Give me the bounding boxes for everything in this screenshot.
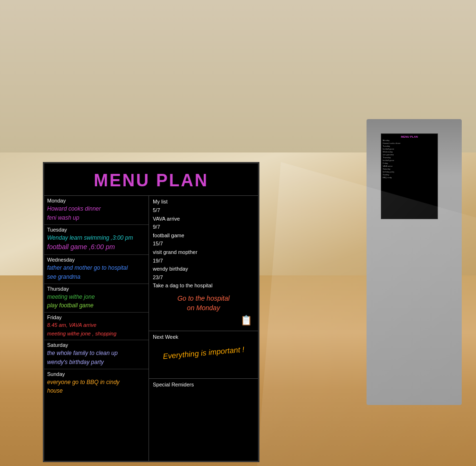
tuesday-entry-2: football game ,6:00 pm [47,242,146,253]
next-week-label: Next Week [153,334,254,340]
fridge-menu-display: MENU PLAN MondayHoward cooks dinnerTuesd… [381,133,438,219]
menu-board: MENU PLAN Monday Howard cooks dinner fen… [43,162,259,462]
saturday-entry-1: the whole family to clean up [47,349,146,358]
special-reminders-section: Special Remiders [149,379,258,461]
saturday-label: Saturday [47,342,146,348]
next-week-section: Next Week Everything is important ! [149,331,258,379]
list-item-8: wendy birthday [153,265,254,274]
thursday-entry-2: play football game [47,301,146,310]
thursday-section: Thursday meeting withe jone play footbal… [44,284,149,313]
list-item-1: 5/7 [153,206,254,215]
wednesday-section: Wednesday father and mother go to hospit… [44,255,149,284]
friday-section: Friday 8.45 am, VAVA arrive meeting with… [44,313,149,340]
friday-label: Friday [47,314,146,320]
sunday-entry-1: everyone go to BBQ in cindy [47,378,146,387]
list-item-6: visit grand mopther [153,248,254,257]
right-column: My list 5/7 VAVA arrive 9/7 football gam… [149,196,258,461]
list-item-10: Take a dag to the hospital [153,282,254,290]
list-item-5: 15/7 [153,240,254,248]
special-reminders-label: Special Remiders [153,382,254,387]
saturday-entry-2: wendy's birthday party [47,358,146,367]
list-item-9: 23/7 [153,274,254,282]
tuesday-section: Tuesday Wenday learn swimming ,3:00 pm f… [44,225,149,255]
days-column: Monday Howard cooks dinner feni wash up … [44,196,149,461]
clipboard-icon: 📋 [153,313,254,328]
wednesday-entry-1: father and mother go to hospital [47,263,146,273]
everything-important-text: Everything is important ! [162,345,245,361]
monday-entry-2: feni wash up [47,213,146,223]
wednesday-entry-2: see grandma [47,273,146,282]
sunday-entry-2: house [47,386,146,395]
tuesday-entry-1: Wenday learn swimming ,3:00 pm [47,233,146,243]
board-content: Monday Howard cooks dinner feni wash up … [44,196,258,461]
list-item-3: 9/7 [153,223,254,232]
go-to-hospital-note: Go to the hospitalon Monday [153,294,254,313]
monday-entry-1: Howard cooks dinner [47,204,146,213]
monday-label: Monday [47,198,146,203]
list-item-4: football game [153,232,254,240]
saturday-section: Saturday the whole family to clean up we… [44,340,149,369]
list-item-2: VAVA arrive [153,215,254,223]
my-list-section: My list 5/7 VAVA arrive 9/7 football gam… [149,196,258,331]
list-item-7: 19/7 [153,257,254,265]
monday-section: Monday Howard cooks dinner feni wash up [44,196,149,225]
friday-entry-2: meeting withe jone , shopping [47,330,146,338]
friday-entry-1: 8.45 am, VAVA arrive [47,321,146,329]
sunday-section: Sunday everyone go to BBQ in cindy house [44,369,149,461]
thursday-label: Thursday [47,286,146,292]
refrigerator: MENU PLAN MondayHoward cooks dinnerTuesd… [367,119,462,405]
my-list-label: My list [153,199,254,204]
wednesday-label: Wednesday [47,257,146,263]
tuesday-label: Tuesday [47,227,146,233]
sunday-label: Sunday [47,371,146,377]
board-title: MENU PLAN [44,163,258,196]
thursday-entry-1: meeting withe jone [47,293,146,302]
